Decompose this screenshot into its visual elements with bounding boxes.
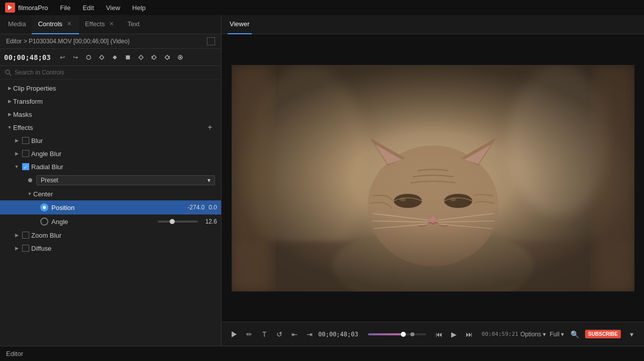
svg-marker-0 — [8, 5, 12, 10]
svg-rect-3 — [112, 55, 116, 59]
clip-properties-arrow: ▶ — [6, 85, 13, 92]
blur-checkbox[interactable] — [22, 137, 29, 144]
right-panel: Viewer — [222, 15, 644, 346]
diffuse-checkbox[interactable] — [22, 245, 29, 252]
svg-rect-5 — [138, 55, 142, 59]
blur-item[interactable]: ▶ Blur — [0, 134, 221, 147]
tab-controls[interactable]: Controls ✕ — [32, 15, 79, 34]
transform-item[interactable]: ▶ Transform — [0, 95, 221, 108]
angle-slider[interactable] — [158, 221, 198, 223]
draw-tool-button[interactable]: ✏ — [243, 328, 256, 341]
redo-button[interactable]: ↪ — [70, 52, 81, 63]
controls-tree: ▶ Clip Properties ▶ Transform ▶ Masks ▼ … — [0, 80, 221, 346]
tabs-bar: Media Controls ✕ Effects ✕ Text — [0, 15, 221, 34]
search-input[interactable] — [15, 69, 216, 76]
menu-file[interactable]: File — [58, 3, 73, 13]
svg-point-1 — [87, 55, 91, 59]
angle-blur-label: Angle Blur — [31, 150, 215, 158]
menu-edit[interactable]: Edit — [81, 3, 96, 13]
blur-label: Blur — [31, 137, 215, 145]
radial-blur-item[interactable]: ▼ ✓ Radial Blur — [0, 160, 221, 173]
clip-properties-item[interactable]: ▶ Clip Properties — [0, 82, 221, 95]
subscribe-badge[interactable]: SUBSCRIBE — [585, 330, 621, 338]
zoom-button[interactable]: 🔍 — [568, 328, 581, 341]
effects-add-button[interactable]: + — [205, 122, 215, 132]
keyframe-none-btn[interactable] — [83, 52, 94, 63]
step-back-button[interactable]: ⏮ — [433, 328, 446, 341]
options-label: Options — [520, 331, 541, 338]
tab-text[interactable]: Text — [121, 15, 146, 34]
options-arrow-icon: ▾ — [543, 331, 546, 338]
tab-controls-close[interactable]: ✕ — [65, 20, 73, 28]
effects-label: Effects — [13, 124, 33, 131]
app-logo: filmoraPro — [5, 3, 48, 13]
viewer-tab[interactable]: Viewer — [228, 15, 252, 34]
masks-item[interactable]: ▶ Masks — [0, 108, 221, 121]
angle-slider-thumb[interactable] — [170, 219, 175, 224]
timeline-thumb[interactable] — [401, 332, 406, 337]
position-row[interactable]: Position -274.0 0.0 ⋮ — [0, 200, 221, 214]
tab-media[interactable]: Media — [2, 15, 32, 34]
timecode-display: 00;00;48;03 — [4, 53, 51, 61]
svg-point-10 — [6, 70, 10, 74]
preset-value: Preset — [41, 177, 58, 184]
play-pause-button[interactable]: ▶ — [448, 328, 461, 341]
angle-keyframe-icon — [40, 218, 48, 226]
menu-view[interactable]: View — [104, 3, 122, 13]
angle-blur-item[interactable]: ▶ Angle Blur — [0, 147, 221, 160]
viewer-controls: ✏ T ↺ ⇤ ⇥ 00;00;48;03 ⏮ ▶ ⏭ 00;04;59;21 … — [222, 322, 644, 346]
editor-label: Editor — [6, 350, 23, 357]
stop-btn[interactable] — [122, 52, 133, 63]
controls-toolbar: 00;00;48;03 ↩ ↪ — [0, 49, 221, 66]
svg-rect-37 — [594, 65, 634, 292]
keyframe-delete-btn[interactable] — [175, 52, 186, 63]
keyframe-next-btn[interactable] — [162, 52, 173, 63]
diffuse-label: Diffuse — [31, 245, 215, 252]
trim-out-button[interactable]: ⇥ — [303, 328, 316, 341]
keyframe-diamond-btn[interactable] — [135, 52, 147, 63]
left-panel: Media Controls ✕ Effects ✕ Text Editor >… — [0, 15, 222, 346]
zoom-blur-checkbox[interactable] — [22, 232, 29, 239]
preset-row[interactable]: Preset ▾ — [0, 173, 221, 187]
radial-blur-checkbox[interactable]: ✓ — [22, 163, 29, 170]
main-content: Media Controls ✕ Effects ✕ Text Editor >… — [0, 15, 644, 346]
viewer-tab-label: Viewer — [230, 20, 250, 28]
menu-bar: File Edit View Help — [58, 3, 148, 13]
effects-section-header[interactable]: ▼ Effects + — [0, 121, 221, 134]
more-options-button[interactable]: ▾ — [625, 328, 638, 341]
options-dropdown-button[interactable]: Options ▾ — [520, 331, 545, 338]
undo-button[interactable]: ↩ — [57, 52, 68, 63]
svg-point-9 — [179, 56, 181, 58]
text-tool-button[interactable]: T — [258, 328, 271, 341]
viewer-timecode-end: 00;04;59;21 — [482, 331, 519, 337]
quality-dropdown-button[interactable]: Full ▾ — [550, 331, 564, 338]
drag-handle[interactable]: ⋮ — [212, 207, 220, 215]
center-item[interactable]: ▼ Center — [0, 187, 221, 200]
keyframe-prev-btn[interactable] — [149, 52, 160, 63]
menu-help[interactable]: Help — [130, 3, 148, 13]
keyframe-add-btn[interactable] — [96, 52, 107, 63]
viewer-tabs: Viewer — [222, 15, 644, 34]
diffuse-item[interactable]: ▶ Diffuse — [0, 242, 221, 255]
effects-arrow: ▼ — [6, 124, 13, 131]
viewer-timecode-start: 00;00;48;03 — [318, 331, 358, 338]
tab-effects-close[interactable]: ✕ — [108, 20, 115, 28]
play-button[interactable] — [228, 328, 241, 341]
angle-row[interactable]: Angle 12.6 — [0, 214, 221, 229]
tab-effects[interactable]: Effects ✕ — [79, 15, 122, 34]
keyframe-all-btn[interactable] — [109, 52, 120, 63]
radial-blur-arrow: ▼ — [13, 163, 20, 170]
svg-marker-38 — [232, 331, 237, 337]
quality-arrow-icon: ▾ — [561, 331, 564, 338]
timeline-bar[interactable] — [368, 333, 426, 335]
step-forward-button[interactable]: ⏭ — [463, 328, 476, 341]
svg-point-12 — [43, 206, 46, 209]
radial-blur-label: Radial Blur — [31, 163, 215, 171]
masks-label: Masks — [13, 111, 215, 118]
angle-blur-checkbox[interactable] — [22, 150, 29, 157]
title-bar: filmoraPro File Edit View Help — [0, 0, 644, 15]
loop-button[interactable]: ↺ — [273, 328, 286, 341]
zoom-blur-item[interactable]: ▶ Zoom Blur — [0, 229, 221, 242]
trim-in-button[interactable]: ⇤ — [288, 328, 301, 341]
preset-dropdown[interactable]: Preset ▾ — [36, 175, 215, 185]
